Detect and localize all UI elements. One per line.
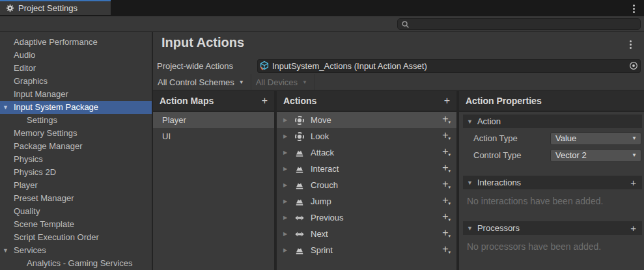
- add-binding-button[interactable]: +▾: [442, 211, 451, 223]
- add-binding-button[interactable]: +▾: [442, 227, 451, 239]
- expand-caret-icon[interactable]: ▶: [281, 166, 294, 172]
- add-binding-button[interactable]: +▾: [442, 113, 451, 125]
- asset-object-field[interactable]: InputSystem_Actions (Input Action Asset): [257, 59, 641, 73]
- expand-caret-icon[interactable]: ▶: [281, 182, 294, 188]
- sidebar-item-audio[interactable]: Audio: [0, 49, 152, 62]
- search-input[interactable]: [412, 19, 636, 31]
- chevron-down-icon: ▾: [448, 120, 451, 125]
- action-label: Attack: [311, 148, 334, 157]
- sidebar-item-physics[interactable]: Physics: [0, 153, 152, 166]
- sidebar-item-analytics-gaming-services[interactable]: Analytics - Gaming Services: [0, 257, 152, 270]
- add-binding-button[interactable]: +▾: [442, 146, 451, 157]
- action-row-interact[interactable]: ▶ Interact +▾: [277, 161, 456, 177]
- project-wide-actions-label: Project-wide Actions: [157, 61, 257, 71]
- add-binding-button[interactable]: +▾: [442, 129, 451, 141]
- sidebar-item-label: Graphics: [14, 76, 48, 86]
- tab-strip: Project Settings: [0, 0, 644, 16]
- sidebar-item-settings[interactable]: Settings: [0, 114, 152, 127]
- settings-category-sidebar: Adaptive Performance Audio Editor Graphi…: [0, 32, 153, 270]
- expand-caret-icon[interactable]: ▶: [281, 231, 294, 237]
- chevron-down-icon: ▼: [302, 79, 307, 85]
- action-row-sprint[interactable]: ▶ Sprint +▾: [277, 242, 456, 258]
- page-title: Input Actions: [161, 35, 244, 50]
- sidebar-item-label: Quality: [14, 206, 40, 216]
- chevron-down-icon: ▾: [448, 201, 451, 206]
- sidebar-item-input-system-package[interactable]: ▼ Input System Package: [0, 101, 152, 114]
- expand-caret-icon[interactable]: ▶: [281, 150, 294, 155]
- sidebar-item-label: Input System Package: [14, 102, 98, 112]
- action-label: Look: [311, 131, 329, 141]
- control-type-row: Control Type Vector 2 ▼: [473, 148, 641, 162]
- add-processor-button[interactable]: +: [630, 223, 642, 234]
- actions-panel: Actions + ▶ Move +▾ ▶ Look +▾: [277, 91, 456, 270]
- chevron-down-icon: ▾: [448, 152, 451, 157]
- sidebar-item-adaptive-performance[interactable]: Adaptive Performance: [0, 36, 152, 49]
- expand-caret-icon[interactable]: ▶: [281, 133, 294, 139]
- sidebar-item-memory-settings[interactable]: Memory Settings: [0, 127, 152, 140]
- action-row-previous[interactable]: ▶ Previous +▾: [277, 209, 456, 226]
- processors-foldout[interactable]: ▼ Processors +: [463, 221, 642, 235]
- window-menu-kebab-icon[interactable]: [632, 3, 636, 14]
- stick-control-icon: [294, 115, 305, 126]
- expand-caret-icon[interactable]: ▶: [281, 198, 294, 204]
- chevron-down-icon: ▼: [632, 135, 641, 141]
- input-actions-menu-kebab-icon[interactable]: [628, 39, 633, 50]
- sidebar-item-scene-template[interactable]: Scene Template: [0, 218, 152, 231]
- action-row-move[interactable]: ▶ Move +▾: [277, 112, 456, 128]
- sidebar-item-label: Physics 2D: [14, 167, 56, 177]
- action-type-dropdown[interactable]: Value ▼: [550, 132, 641, 145]
- search-field[interactable]: [397, 18, 641, 30]
- action-label: Interact: [311, 164, 339, 174]
- add-action-button[interactable]: +: [444, 96, 450, 105]
- tab-project-settings[interactable]: Project Settings: [0, 0, 111, 15]
- action-map-label: Player: [162, 115, 186, 125]
- devices-dropdown-label: All Devices: [256, 77, 298, 87]
- sidebar-item-quality[interactable]: Quality: [0, 205, 152, 218]
- object-picker-button[interactable]: [627, 61, 639, 72]
- sidebar-item-physics-2d[interactable]: Physics 2D: [0, 166, 152, 179]
- add-interaction-button[interactable]: +: [630, 177, 642, 188]
- expand-caret-icon[interactable]: ▶: [281, 117, 294, 123]
- action-row-look[interactable]: ▶ Look +▾: [277, 128, 456, 144]
- foldout-open-icon: ▼: [467, 118, 473, 125]
- foldout-open-icon[interactable]: ▼: [3, 244, 8, 257]
- add-binding-button[interactable]: +▾: [442, 178, 451, 190]
- input-actions-pane: Input Actions Project-wide Actions Input…: [153, 32, 644, 270]
- asset-object-value: InputSystem_Actions (Input Action Asset): [272, 61, 427, 71]
- sidebar-item-graphics[interactable]: Graphics: [0, 75, 152, 88]
- sidebar-item-label: Input Manager: [14, 89, 68, 99]
- control-schemes-dropdown-label: All Control Schemes: [158, 77, 234, 87]
- sidebar-item-player[interactable]: Player: [0, 179, 152, 192]
- sidebar-item-services[interactable]: ▼ Services: [0, 244, 152, 257]
- action-label: Next: [311, 229, 328, 239]
- chevron-down-icon: ▾: [448, 217, 451, 223]
- actions-list: ▶ Move +▾ ▶ Look +▾ ▶ Attack: [277, 112, 456, 270]
- expand-caret-icon[interactable]: ▶: [281, 247, 294, 253]
- action-type-label: Action Type: [473, 133, 550, 143]
- sidebar-item-label: Scene Template: [14, 219, 74, 229]
- action-row-next[interactable]: ▶ Next +▾: [277, 226, 456, 242]
- devices-dropdown[interactable]: All Devices ▼: [251, 74, 315, 90]
- action-map-row-player[interactable]: Player: [153, 112, 274, 128]
- action-row-jump[interactable]: ▶ Jump +▾: [277, 193, 456, 209]
- sidebar-item-input-manager[interactable]: Input Manager: [0, 88, 152, 101]
- foldout-open-icon[interactable]: ▼: [3, 101, 8, 114]
- input-actions-panels: Action Maps + Player UI Actions + ▶: [153, 91, 644, 270]
- action-map-row-ui[interactable]: UI: [153, 128, 274, 144]
- interactions-foldout[interactable]: ▼ Interactions +: [463, 176, 642, 189]
- sidebar-item-script-execution-order[interactable]: Script Execution Order: [0, 231, 152, 244]
- action-foldout[interactable]: ▼ Action: [463, 115, 642, 128]
- action-row-attack[interactable]: ▶ Attack +▾: [277, 144, 456, 161]
- sidebar-item-preset-manager[interactable]: Preset Manager: [0, 192, 152, 205]
- action-row-crouch[interactable]: ▶ Crouch +▾: [277, 177, 456, 193]
- expand-caret-icon[interactable]: ▶: [281, 215, 294, 221]
- sidebar-item-editor[interactable]: Editor: [0, 62, 152, 75]
- sidebar-item-package-manager[interactable]: Package Manager: [0, 140, 152, 153]
- control-type-dropdown[interactable]: Vector 2 ▼: [550, 149, 641, 162]
- add-binding-button[interactable]: +▾: [442, 195, 451, 206]
- add-binding-button[interactable]: +▾: [442, 162, 451, 174]
- control-schemes-dropdown[interactable]: All Control Schemes ▼: [153, 74, 251, 90]
- add-action-map-button[interactable]: +: [262, 96, 268, 105]
- add-binding-button[interactable]: +▾: [442, 243, 451, 255]
- action-properties-body: ▼ Action Action Type Value ▼ Control Typ…: [459, 112, 644, 270]
